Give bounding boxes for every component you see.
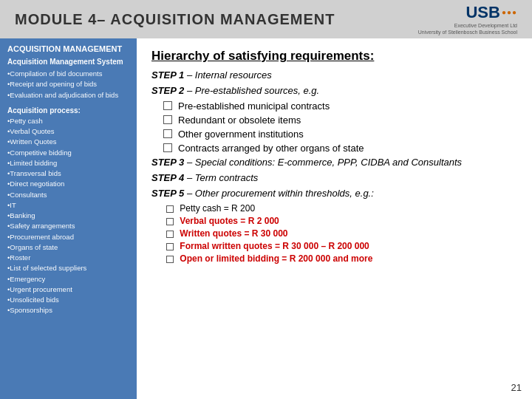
checkbox-icon	[166, 205, 174, 213]
step5-item-text: Verbal quotes = R 2 000	[180, 216, 279, 226]
step5-item-text: Written quotes = R 30 000	[180, 228, 287, 239]
sidebar-item-receipt: •Receipt and opening of bids	[7, 79, 129, 89]
subitem-text: Contracts arranged by other organs of st…	[178, 143, 364, 154]
step3-text: – Special conditions: E-commerce, PPP, C…	[184, 157, 462, 168]
checkbox-icon	[166, 243, 174, 250]
sidebar-compilation-section: •Compilation of bid documents •Receipt a…	[7, 69, 129, 100]
list-item: Formal written quotes = R 30 000 – R 200…	[166, 241, 517, 251]
list-item: •Consultants	[7, 190, 129, 200]
step5-subitems: Petty cash = R 200 Verbal quotes = R 2 0…	[166, 203, 517, 264]
list-item: •List of selected suppliers	[7, 263, 129, 273]
list-item: •Emergency	[7, 274, 129, 284]
checkbox-icon	[163, 129, 172, 138]
usb-logo: USB ●●●	[466, 3, 517, 22]
list-item: •Sponsorships	[7, 305, 129, 316]
list-item: •Competitive bidding	[7, 148, 129, 158]
subitem-text: Pre-established municipal contracts	[178, 100, 330, 112]
step5-text: – Other procurement within thresholds, e…	[184, 188, 374, 199]
list-item: Redundant or obsolete items	[163, 115, 517, 126]
step4-label: STEP 4	[151, 172, 184, 183]
list-item: •Safety arrangements	[7, 221, 129, 231]
step4-text: – Term contracts	[184, 172, 258, 183]
list-item: Verbal quotes = R 2 000	[166, 216, 517, 226]
content-area: Hierarchy of satisfying requirements: ST…	[137, 38, 532, 399]
checkbox-icon	[163, 143, 172, 152]
logo-text: USB	[466, 3, 499, 22]
list-item: Other government institutions	[163, 129, 517, 140]
list-item: •Roster	[7, 253, 129, 263]
step2: STEP 2 – Pre-established sources, e.g.	[151, 85, 517, 96]
checkbox-icon	[166, 256, 174, 263]
list-item: •Organs of state	[7, 242, 129, 253]
list-item: Petty cash = R 200	[166, 203, 517, 214]
list-item: Written quotes = R 30 000	[166, 228, 517, 239]
page-number: 21	[511, 382, 522, 393]
step2-text: – Pre-established sources, e.g.	[184, 85, 319, 96]
logo-subtitle: Executive Development Ltd University of …	[418, 22, 517, 35]
checkbox-icon	[166, 218, 174, 225]
header: MODULE 4– ACQUISITION MANAGEMENT USB ●●●…	[0, 0, 532, 38]
step4: STEP 4 – Term contracts	[151, 172, 517, 183]
step5-label: STEP 5	[151, 188, 184, 199]
step5-item-text: Open or limited bidding = R 200 000 and …	[180, 253, 372, 264]
list-item: •Limited bidding	[7, 158, 129, 168]
step1: STEP 1 – Internal resources	[151, 69, 517, 81]
step3-label: STEP 3	[151, 157, 184, 168]
step5-item-text: Formal written quotes = R 30 000 – R 200…	[180, 241, 369, 251]
sidebar: ACQUISITION MANAGEMENT Acquisition Manag…	[0, 38, 137, 399]
sidebar-header: ACQUISITION MANAGEMENT	[7, 44, 129, 53]
list-item: •Transversal bids	[7, 168, 129, 179]
logo-dots-icon: ●●●	[502, 8, 517, 16]
list-item: Pre-established municipal contracts	[163, 100, 517, 112]
checkbox-icon	[166, 231, 174, 238]
checkbox-icon	[163, 115, 172, 124]
checkbox-icon	[163, 101, 172, 110]
content-title: Hierarchy of satisfying requirements:	[151, 49, 517, 64]
subitem-text: Redundant or obsolete items	[178, 115, 301, 126]
step3: STEP 3 – Special conditions: E-commerce,…	[151, 157, 517, 168]
sidebar-item-evaluation: •Evaluation and adjudication of bids	[7, 90, 129, 100]
list-item: •Petty cash	[7, 116, 129, 126]
list-item: Open or limited bidding = R 200 000 and …	[166, 253, 517, 264]
step5: STEP 5 – Other procurement within thresh…	[151, 188, 517, 199]
list-item: •Banking	[7, 211, 129, 221]
sidebar-process-section: •Petty cash •Verbal Quotes •Written Quot…	[7, 116, 129, 316]
list-item: •Urgent procurement	[7, 284, 129, 295]
list-item: •Written Quotes	[7, 137, 129, 147]
step2-label: STEP 2	[151, 85, 184, 96]
step1-text: – Internal resources	[184, 69, 272, 81]
step2-subitems: Pre-established municipal contracts Redu…	[163, 100, 517, 154]
step1-label: STEP 1	[151, 69, 184, 81]
sidebar-item-compilation: •Compilation of bid documents	[7, 69, 129, 79]
list-item: Contracts arranged by other organs of st…	[163, 143, 517, 154]
main-layout: ACQUISITION MANAGEMENT Acquisition Manag…	[0, 38, 532, 399]
page-title: MODULE 4– ACQUISITION MANAGEMENT	[15, 11, 335, 28]
subitem-text: Other government institutions	[178, 129, 304, 140]
list-item: •IT	[7, 200, 129, 211]
list-item: •Verbal Quotes	[7, 126, 129, 137]
logo-area: USB ●●● Executive Development Ltd Univer…	[418, 3, 517, 35]
step5-item-text: Petty cash = R 200	[180, 203, 255, 214]
list-item: •Unsolicited bids	[7, 295, 129, 305]
sidebar-subheader: Acquisition Management System	[7, 58, 129, 66]
sidebar-process-title: Acquisition process:	[7, 106, 129, 115]
list-item: •Direct negotiation	[7, 179, 129, 189]
list-item: •Procurement abroad	[7, 232, 129, 242]
